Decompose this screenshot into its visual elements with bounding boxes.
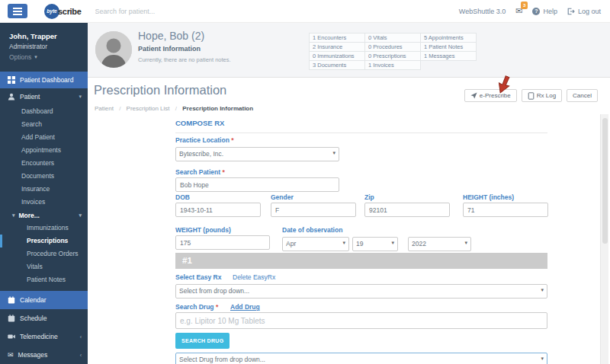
patient-header: Hope, Bob (2) Patient Information Curren… — [88, 23, 610, 78]
stats-column-3: 5 Appointments 1 Patient Notes 1 Message… — [420, 34, 477, 61]
chevron-left-icon: ‹ — [80, 353, 82, 358]
stats-column-1: 1 Encounters 2 Insurance 0 Immunizations… — [309, 34, 365, 70]
user-icon — [8, 93, 15, 101]
weight-label: WEIGHT (pounds) — [175, 226, 231, 234]
scrollbar-thumb[interactable] — [602, 118, 608, 244]
search-patient-input[interactable] — [175, 177, 339, 192]
chevron-down-icon: ▾ — [34, 53, 37, 62]
calendar-icon — [8, 315, 15, 322]
date-of-observation-label: Date of observation — [282, 226, 342, 234]
delete-easyrx-link[interactable]: Delete EasyRx — [233, 273, 275, 281]
logout-button[interactable]: Log out — [567, 8, 601, 15]
zip-input[interactable] — [364, 203, 450, 217]
sidebar-item-procedure-orders[interactable]: Procedure Orders — [0, 247, 88, 260]
calendar-icon — [8, 296, 15, 304]
easy-rx-select[interactable]: Select from drop down... ▾ — [175, 283, 547, 297]
logo-circle: byte — [44, 4, 59, 19]
rxlog-button[interactable]: Rx Log — [522, 89, 562, 102]
chevron-left-icon: ‹ — [80, 334, 82, 340]
chevron-down-icon: ▾ — [12, 212, 15, 219]
sidebar-item-more[interactable]: ▾ More... ▾ — [0, 209, 88, 222]
sidebar-item-patient-dashboard[interactable]: Patient Dashboard — [0, 72, 88, 88]
send-icon — [470, 92, 477, 99]
dob-label: DOB — [175, 193, 190, 201]
sidebar-item-insurance[interactable]: Insurance — [0, 183, 88, 196]
cancel-button[interactable]: Cancel — [567, 89, 598, 102]
height-input[interactable] — [463, 203, 548, 217]
weight-input[interactable] — [175, 235, 270, 250]
avatar — [95, 31, 132, 68]
sidebar-item-messages[interactable]: ✉ Messages ‹ — [0, 346, 88, 364]
sidebar-item-search[interactable]: Search — [0, 118, 88, 131]
drug-search-input[interactable] — [175, 312, 547, 329]
options-menu[interactable]: Options ▾ — [9, 53, 79, 62]
compose-rx-form: COMPOSE RX Practice Location * Bytescrib… — [175, 116, 547, 364]
notification-badge: 3 — [521, 2, 528, 9]
chevron-down-icon: ▾ — [79, 212, 82, 219]
stat-documents: 3 Documents — [309, 60, 365, 70]
menu-toggle-button[interactable] — [8, 4, 27, 18]
year-select[interactable]: 2022 ▾ — [408, 235, 471, 250]
sidebar-item-calendar[interactable]: Calendar — [0, 291, 88, 309]
sidebar-item-immunizations[interactable]: Immunizations — [0, 222, 88, 235]
document-icon — [528, 92, 535, 100]
app-version: WebShuttle 3.0 — [459, 8, 506, 15]
sidebar-item-appointments[interactable]: Appointments — [0, 144, 88, 157]
sidebar-item-add-patient[interactable]: Add Patient — [0, 131, 88, 144]
sidebar-item-patient-notes[interactable]: Patient Notes — [0, 273, 88, 286]
patient-note: Currently, there are no patient notes. — [138, 56, 231, 63]
sidebar-item-patient[interactable]: Patient ▾ — [0, 88, 88, 105]
page-title: Prescription Information — [94, 83, 226, 97]
drug-select[interactable]: Select Drug from drop down... ▾ — [175, 351, 547, 364]
messages-button[interactable]: ✉ 3 — [515, 6, 522, 16]
video-camera-icon — [8, 333, 15, 340]
sidebar-item-invoices[interactable]: Invoices — [0, 196, 88, 209]
logout-icon — [567, 8, 575, 15]
sidebar-item-dashboard[interactable]: Dashboard — [0, 105, 88, 118]
zip-label: Zip — [364, 193, 374, 201]
stats-column-2: 0 Vitals 0 Procedures 0 Prescriptions 1 … — [364, 34, 421, 70]
topbar: byte scribe WebShuttle 3.0 ✉ 3 ? Help Lo… — [0, 0, 610, 23]
sidebar-item-encounters[interactable]: Encounters — [0, 157, 88, 170]
hamburger-icon — [13, 8, 22, 9]
stat-messages: 1 Messages — [420, 51, 477, 61]
stat-invoices: 1 Invoices — [364, 60, 421, 70]
chevron-down-icon: ▾ — [79, 94, 82, 100]
breadcrumb: Patient / Prescription List / Prescripti… — [95, 105, 253, 112]
dob-input[interactable] — [175, 203, 261, 217]
day-select[interactable]: 19 ▾ — [352, 235, 398, 250]
breadcrumb-item-patient[interactable]: Patient — [95, 105, 114, 112]
help-button[interactable]: ? Help — [532, 8, 557, 15]
breadcrumb-item-prescription-list[interactable]: Prescription List — [127, 105, 170, 112]
user-name: John, Trapper — [9, 31, 79, 41]
app-logo: byte scribe — [44, 4, 82, 19]
month-select[interactable]: Apr ▾ — [282, 235, 349, 250]
practice-location-select[interactable]: Bytescribe, Inc. ▾ — [175, 145, 339, 160]
height-label: HEIGHT (inches) — [463, 193, 514, 201]
page-header: Prescription Information Patient / Presc… — [88, 78, 610, 116]
gender-label: Gender — [271, 193, 294, 201]
practice-location-label: Practice Location * — [175, 136, 234, 144]
help-icon: ? — [532, 8, 540, 15]
patient-subtitle: Patient Information — [138, 45, 201, 53]
search-drug-label: Search Drug * — [175, 303, 218, 311]
sidebar-item-prescriptions[interactable]: Prescriptions — [0, 235, 88, 247]
breadcrumb-item-current: Prescription Information — [182, 105, 253, 112]
select-easy-rx-label: Select Easy Rx — [175, 273, 221, 281]
sidebar-item-telemedicine[interactable]: Telemedicine ‹ — [0, 327, 88, 346]
user-panel: John, Trapper Administrator Options ▾ — [0, 23, 88, 69]
search-patient-label: Search Patient * — [175, 168, 225, 176]
compose-rx-title: COMPOSE RX — [175, 119, 547, 133]
patient-search-input[interactable] — [95, 8, 248, 15]
search-drug-button[interactable]: SEARCH DRUG — [175, 333, 230, 349]
sidebar-item-schedule[interactable]: Schedule — [0, 309, 88, 327]
sidebar-item-vitals[interactable]: Vitals — [0, 260, 88, 273]
envelope-icon: ✉ — [8, 352, 14, 359]
add-drug-link[interactable]: Add Drug — [230, 303, 260, 311]
rx-item-banner: #1 — [175, 253, 547, 269]
gender-input[interactable] — [271, 203, 356, 217]
user-role: Administrator — [9, 42, 79, 51]
patient-name: Hope, Bob (2) — [138, 30, 204, 42]
sidebar-item-documents[interactable]: Documents — [0, 170, 88, 183]
scrollbar[interactable] — [600, 114, 608, 364]
